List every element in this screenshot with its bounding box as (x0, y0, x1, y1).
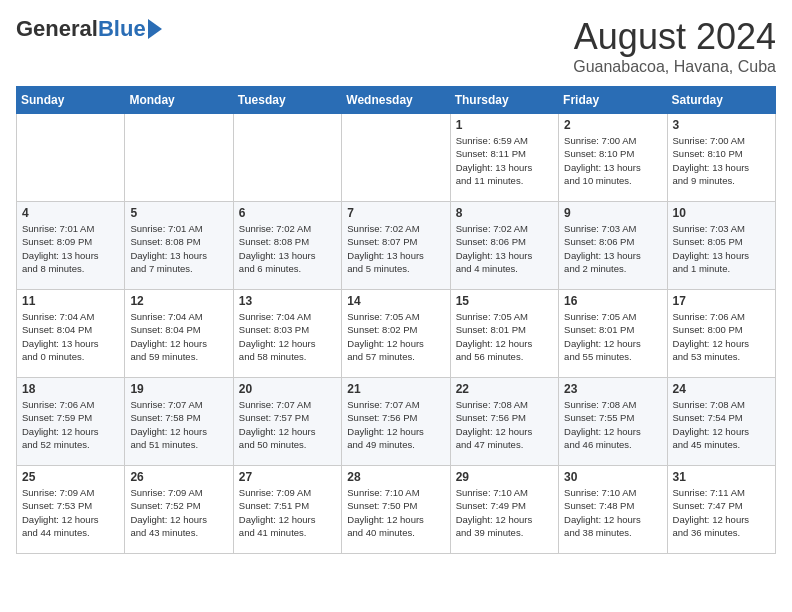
calendar-cell (17, 114, 125, 202)
day-number: 29 (456, 470, 553, 484)
calendar-cell: 26Sunrise: 7:09 AMSunset: 7:52 PMDayligh… (125, 466, 233, 554)
calendar-cell (342, 114, 450, 202)
calendar-cell: 7Sunrise: 7:02 AMSunset: 8:07 PMDaylight… (342, 202, 450, 290)
day-number: 30 (564, 470, 661, 484)
day-info: Sunrise: 7:07 AMSunset: 7:56 PMDaylight:… (347, 398, 444, 451)
weekday-header-thursday: Thursday (450, 87, 558, 114)
logo-general-text: General (16, 16, 98, 42)
day-info: Sunrise: 7:08 AMSunset: 7:54 PMDaylight:… (673, 398, 770, 451)
weekday-header-friday: Friday (559, 87, 667, 114)
calendar-cell: 2Sunrise: 7:00 AMSunset: 8:10 PMDaylight… (559, 114, 667, 202)
day-number: 22 (456, 382, 553, 396)
day-info: Sunrise: 7:11 AMSunset: 7:47 PMDaylight:… (673, 486, 770, 539)
day-info: Sunrise: 7:05 AMSunset: 8:02 PMDaylight:… (347, 310, 444, 363)
day-number: 19 (130, 382, 227, 396)
weekday-header-wednesday: Wednesday (342, 87, 450, 114)
calendar-cell: 30Sunrise: 7:10 AMSunset: 7:48 PMDayligh… (559, 466, 667, 554)
logo-blue-text: Blue (98, 16, 146, 42)
day-info: Sunrise: 6:59 AMSunset: 8:11 PMDaylight:… (456, 134, 553, 187)
day-number: 25 (22, 470, 119, 484)
weekday-header-tuesday: Tuesday (233, 87, 341, 114)
day-number: 7 (347, 206, 444, 220)
day-info: Sunrise: 7:02 AMSunset: 8:06 PMDaylight:… (456, 222, 553, 275)
day-number: 1 (456, 118, 553, 132)
day-info: Sunrise: 7:05 AMSunset: 8:01 PMDaylight:… (456, 310, 553, 363)
calendar-cell: 9Sunrise: 7:03 AMSunset: 8:06 PMDaylight… (559, 202, 667, 290)
day-number: 10 (673, 206, 770, 220)
day-number: 24 (673, 382, 770, 396)
calendar-cell: 24Sunrise: 7:08 AMSunset: 7:54 PMDayligh… (667, 378, 775, 466)
title-block: August 2024 Guanabacoa, Havana, Cuba (573, 16, 776, 76)
month-year-title: August 2024 (573, 16, 776, 58)
calendar-week-row: 4Sunrise: 7:01 AMSunset: 8:09 PMDaylight… (17, 202, 776, 290)
calendar-cell: 21Sunrise: 7:07 AMSunset: 7:56 PMDayligh… (342, 378, 450, 466)
day-info: Sunrise: 7:03 AMSunset: 8:05 PMDaylight:… (673, 222, 770, 275)
day-info: Sunrise: 7:05 AMSunset: 8:01 PMDaylight:… (564, 310, 661, 363)
calendar-cell: 25Sunrise: 7:09 AMSunset: 7:53 PMDayligh… (17, 466, 125, 554)
weekday-header-row: SundayMondayTuesdayWednesdayThursdayFrid… (17, 87, 776, 114)
day-number: 21 (347, 382, 444, 396)
day-info: Sunrise: 7:08 AMSunset: 7:56 PMDaylight:… (456, 398, 553, 451)
day-number: 6 (239, 206, 336, 220)
day-info: Sunrise: 7:08 AMSunset: 7:55 PMDaylight:… (564, 398, 661, 451)
page-header: General Blue August 2024 Guanabacoa, Hav… (16, 16, 776, 76)
day-info: Sunrise: 7:01 AMSunset: 8:08 PMDaylight:… (130, 222, 227, 275)
day-number: 12 (130, 294, 227, 308)
day-number: 2 (564, 118, 661, 132)
calendar-cell: 10Sunrise: 7:03 AMSunset: 8:05 PMDayligh… (667, 202, 775, 290)
calendar-table: SundayMondayTuesdayWednesdayThursdayFrid… (16, 86, 776, 554)
day-info: Sunrise: 7:04 AMSunset: 8:04 PMDaylight:… (130, 310, 227, 363)
calendar-cell: 12Sunrise: 7:04 AMSunset: 8:04 PMDayligh… (125, 290, 233, 378)
location-subtitle: Guanabacoa, Havana, Cuba (573, 58, 776, 76)
logo: General Blue (16, 16, 162, 42)
calendar-cell: 13Sunrise: 7:04 AMSunset: 8:03 PMDayligh… (233, 290, 341, 378)
calendar-week-row: 18Sunrise: 7:06 AMSunset: 7:59 PMDayligh… (17, 378, 776, 466)
weekday-header-saturday: Saturday (667, 87, 775, 114)
day-info: Sunrise: 7:00 AMSunset: 8:10 PMDaylight:… (673, 134, 770, 187)
calendar-cell: 3Sunrise: 7:00 AMSunset: 8:10 PMDaylight… (667, 114, 775, 202)
day-info: Sunrise: 7:02 AMSunset: 8:07 PMDaylight:… (347, 222, 444, 275)
day-number: 3 (673, 118, 770, 132)
weekday-header-monday: Monday (125, 87, 233, 114)
calendar-cell: 17Sunrise: 7:06 AMSunset: 8:00 PMDayligh… (667, 290, 775, 378)
calendar-cell: 27Sunrise: 7:09 AMSunset: 7:51 PMDayligh… (233, 466, 341, 554)
calendar-cell: 22Sunrise: 7:08 AMSunset: 7:56 PMDayligh… (450, 378, 558, 466)
day-number: 9 (564, 206, 661, 220)
day-info: Sunrise: 7:00 AMSunset: 8:10 PMDaylight:… (564, 134, 661, 187)
calendar-cell: 23Sunrise: 7:08 AMSunset: 7:55 PMDayligh… (559, 378, 667, 466)
day-info: Sunrise: 7:04 AMSunset: 8:03 PMDaylight:… (239, 310, 336, 363)
day-number: 5 (130, 206, 227, 220)
calendar-cell: 31Sunrise: 7:11 AMSunset: 7:47 PMDayligh… (667, 466, 775, 554)
calendar-week-row: 25Sunrise: 7:09 AMSunset: 7:53 PMDayligh… (17, 466, 776, 554)
day-info: Sunrise: 7:09 AMSunset: 7:53 PMDaylight:… (22, 486, 119, 539)
day-number: 15 (456, 294, 553, 308)
calendar-cell: 14Sunrise: 7:05 AMSunset: 8:02 PMDayligh… (342, 290, 450, 378)
day-info: Sunrise: 7:09 AMSunset: 7:52 PMDaylight:… (130, 486, 227, 539)
day-number: 16 (564, 294, 661, 308)
calendar-cell: 29Sunrise: 7:10 AMSunset: 7:49 PMDayligh… (450, 466, 558, 554)
calendar-cell (125, 114, 233, 202)
day-number: 31 (673, 470, 770, 484)
day-number: 13 (239, 294, 336, 308)
calendar-week-row: 11Sunrise: 7:04 AMSunset: 8:04 PMDayligh… (17, 290, 776, 378)
calendar-cell: 6Sunrise: 7:02 AMSunset: 8:08 PMDaylight… (233, 202, 341, 290)
day-info: Sunrise: 7:06 AMSunset: 8:00 PMDaylight:… (673, 310, 770, 363)
day-number: 27 (239, 470, 336, 484)
calendar-cell: 11Sunrise: 7:04 AMSunset: 8:04 PMDayligh… (17, 290, 125, 378)
day-info: Sunrise: 7:07 AMSunset: 7:57 PMDaylight:… (239, 398, 336, 451)
day-number: 28 (347, 470, 444, 484)
day-info: Sunrise: 7:09 AMSunset: 7:51 PMDaylight:… (239, 486, 336, 539)
day-info: Sunrise: 7:10 AMSunset: 7:50 PMDaylight:… (347, 486, 444, 539)
day-number: 20 (239, 382, 336, 396)
logo-arrow-icon (148, 19, 162, 39)
calendar-cell: 19Sunrise: 7:07 AMSunset: 7:58 PMDayligh… (125, 378, 233, 466)
day-info: Sunrise: 7:01 AMSunset: 8:09 PMDaylight:… (22, 222, 119, 275)
calendar-cell (233, 114, 341, 202)
day-info: Sunrise: 7:04 AMSunset: 8:04 PMDaylight:… (22, 310, 119, 363)
calendar-cell: 28Sunrise: 7:10 AMSunset: 7:50 PMDayligh… (342, 466, 450, 554)
calendar-week-row: 1Sunrise: 6:59 AMSunset: 8:11 PMDaylight… (17, 114, 776, 202)
calendar-cell: 18Sunrise: 7:06 AMSunset: 7:59 PMDayligh… (17, 378, 125, 466)
day-info: Sunrise: 7:10 AMSunset: 7:49 PMDaylight:… (456, 486, 553, 539)
day-info: Sunrise: 7:03 AMSunset: 8:06 PMDaylight:… (564, 222, 661, 275)
day-number: 11 (22, 294, 119, 308)
